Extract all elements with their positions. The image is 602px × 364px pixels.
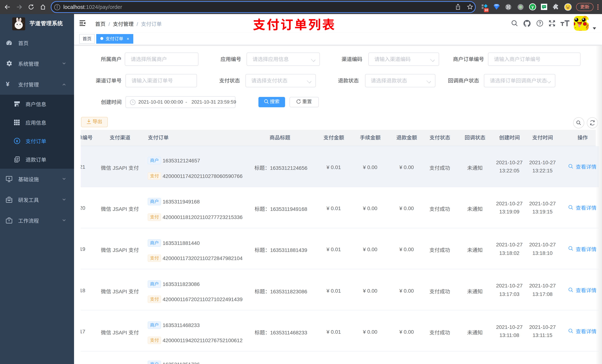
svg-text:y: y [531,4,534,9]
svg-text:¥: ¥ [16,139,18,143]
